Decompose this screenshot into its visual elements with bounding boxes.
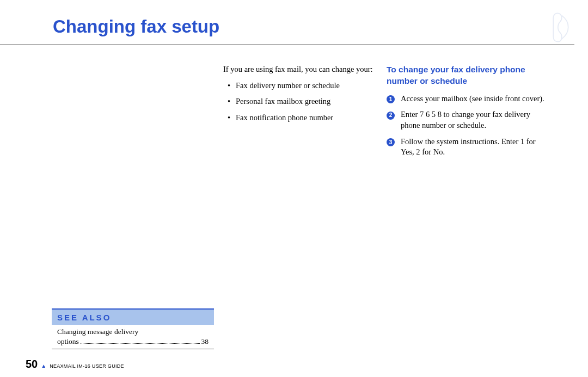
step-item: 3 Follow the system instructions. Enter … [387, 137, 544, 158]
page-number: 50 [26, 358, 38, 370]
see-also-ref-line2: options [57, 337, 79, 347]
intro-text: If you are using fax mail, you can chang… [223, 64, 373, 75]
leader-dots [81, 343, 200, 344]
step-number-badge: 3 [387, 138, 395, 146]
phone-handset-icon [551, 11, 571, 44]
step-number-badge: 1 [387, 95, 395, 103]
guide-label: NEAXMAIL IM-16 USER GUIDE [50, 363, 124, 369]
see-also-ref-line1: Changing message delivery [57, 327, 209, 337]
bullet-item: Fax delivery number or schedule [230, 81, 373, 91]
step-text: Access your mailbox (see inside front co… [401, 94, 544, 104]
steps-heading: To change your fax delivery phone number… [387, 64, 544, 87]
see-also-ref-page: 38 [201, 337, 209, 347]
step-item: 2 Enter 7 6 5 8 to change your fax deliv… [387, 109, 544, 131]
footer: 50 ▲ NEAXMAIL IM-16 USER GUIDE [26, 358, 124, 370]
bullet-item: Personal fax mailbox greeting [230, 96, 373, 107]
bullet-item: Fax notification phone number [230, 113, 373, 123]
see-also-heading: SEE ALSO [52, 308, 214, 325]
triangle-icon: ▲ [41, 363, 46, 369]
step-text: Follow the system instructions. Enter 1 … [401, 137, 544, 158]
intro-column: If you are using fax mail, you can chang… [223, 64, 373, 163]
step-item: 1 Access your mailbox (see inside front … [387, 94, 544, 104]
divider [0, 45, 574, 45]
step-number-badge: 2 [387, 112, 395, 120]
step-text: Enter 7 6 5 8 to change your fax deliver… [401, 109, 544, 131]
page-title: Changing fax setup [53, 16, 588, 37]
see-also-box: SEE ALSO Changing message delivery optio… [52, 308, 214, 349]
steps-column: To change your fax delivery phone number… [387, 64, 544, 163]
